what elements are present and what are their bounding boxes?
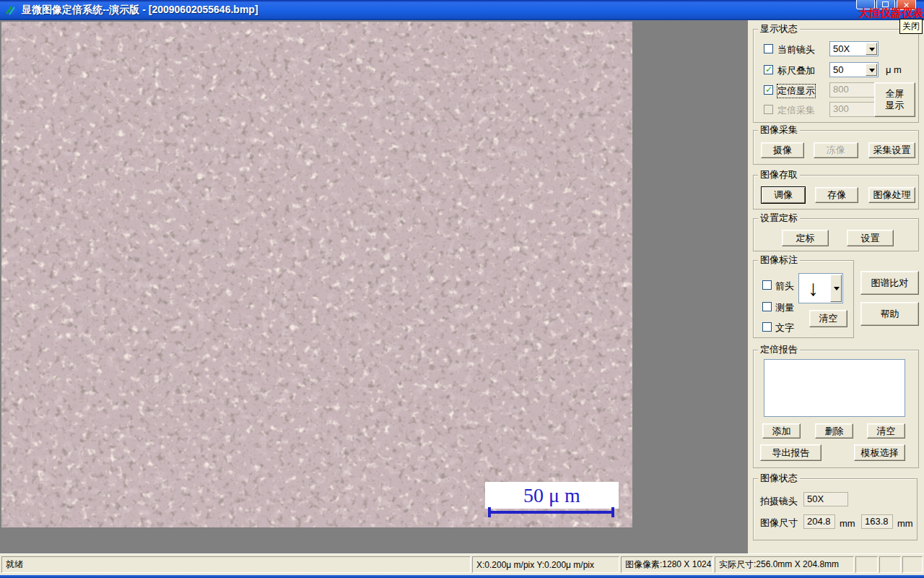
freeze-button: 冻像: [814, 142, 858, 158]
down-arrow-icon: ↓: [808, 275, 819, 302]
measure-checkbox-label: 测量: [775, 301, 794, 314]
ruler-size-combo[interactable]: 50: [829, 62, 879, 77]
settings-button[interactable]: 设置: [847, 230, 894, 246]
arrow-checkbox[interactable]: [762, 280, 772, 290]
group-annotation: 图像标注 箭头 测量 文字 ↓ 清空: [753, 260, 854, 338]
chevron-down-icon: [869, 48, 875, 51]
ruler-overlay-checkbox[interactable]: [764, 65, 773, 74]
status-actual-size: 实际尺寸:256.0mm X 204.8mm: [715, 556, 854, 573]
control-panel: 显示状态 当前镜头 50X 标尺叠加 50 μ m 定倍显示 800 定倍采集 …: [748, 20, 924, 553]
text-checkbox[interactable]: [762, 322, 772, 332]
size-field-label: 图像尺寸: [760, 517, 798, 530]
lens-field-label: 拍摄镜头: [760, 495, 798, 508]
help-button[interactable]: 帮助: [860, 302, 919, 326]
report-clear-button[interactable]: 清空: [867, 423, 905, 439]
group-image-capture-title: 图像采集: [758, 125, 800, 135]
atlas-compare-button[interactable]: 图谱比对: [860, 271, 919, 295]
group-report-title: 定倍报告: [758, 345, 800, 355]
ruler-size-value: 50: [833, 64, 843, 75]
status-ready: 就绪: [1, 556, 471, 573]
current-lens-combo-drop[interactable]: [866, 43, 877, 55]
ruler-size-combo-drop[interactable]: [866, 64, 877, 76]
status-empty-1: [855, 556, 878, 573]
ruler-unit-label: μ m: [886, 64, 902, 75]
text-checkbox-label: 文字: [775, 322, 794, 335]
chevron-down-icon: [869, 69, 875, 72]
group-calibration: 设置定标 定标 设置: [753, 218, 919, 251]
status-pixel-scale: X:0.200μ m/pix Y:0.200μ m/pix: [472, 556, 619, 573]
image-width-value: 204.8: [803, 514, 835, 529]
current-lens-checkbox[interactable]: [764, 44, 773, 53]
fixed-display-checkbox[interactable]: [764, 85, 773, 95]
fixed-display-input: 800: [829, 82, 879, 98]
report-delete-button[interactable]: 删除: [815, 423, 853, 439]
micrograph-image: [1, 22, 632, 527]
scale-bar-line: [488, 511, 614, 514]
group-image-storage-title: 图像存取: [758, 170, 800, 180]
image-viewport[interactable]: 50 μ m: [1, 22, 632, 527]
image-height-value: 163.8: [861, 514, 893, 529]
current-lens-label: 当前镜头: [777, 43, 815, 56]
app-icon: [5, 4, 17, 16]
scale-bar-label-box: 50 μ m: [485, 482, 619, 509]
annotation-clear-button[interactable]: 清空: [809, 310, 847, 327]
scale-bar-tick-left: [488, 507, 491, 517]
report-listbox[interactable]: [764, 359, 905, 417]
fixed-display-label: 定倍显示: [777, 85, 815, 98]
group-report: 定倍报告 添加 删除 清空 导出报告 模板选择: [753, 350, 919, 468]
window-title: 显微图像定倍系统--演示版 - [20090602055646.bmp]: [22, 4, 258, 17]
current-lens-combo[interactable]: 50X: [829, 41, 879, 56]
calibrate-button[interactable]: 定标: [782, 230, 829, 246]
save-image-button[interactable]: 存像: [815, 187, 858, 203]
report-add-button[interactable]: 添加: [762, 423, 801, 439]
scale-bar-tick-right: [611, 507, 614, 517]
title-bar[interactable]: 显微图像定倍系统--演示版 - [20090602055646.bmp] ✕ 大…: [0, 0, 924, 20]
template-select-button[interactable]: 模板选择: [854, 444, 905, 461]
capture-button[interactable]: 摄像: [761, 142, 804, 158]
group-image-status-title: 图像状态: [758, 473, 800, 483]
group-image-storage: 图像存取 调像 存像 图像处理: [753, 175, 919, 210]
capture-settings-button[interactable]: 采集设置: [868, 142, 915, 158]
status-image-pixels: 图像像素:1280 X 1024: [621, 556, 713, 573]
status-bar: 就绪 X:0.200μ m/pix Y:0.200μ m/pix 图像像素:12…: [0, 553, 924, 575]
arrow-checkbox-label: 箭头: [775, 280, 794, 293]
measure-checkbox[interactable]: [762, 302, 772, 311]
height-unit-label: mm: [897, 518, 913, 529]
fixed-capture-input: 300: [829, 102, 879, 117]
group-annotation-title: 图像标注: [758, 255, 800, 265]
arrow-style-combo[interactable]: ↓: [798, 273, 843, 303]
load-image-button[interactable]: 调像: [761, 186, 806, 204]
width-unit-label: mm: [840, 518, 855, 529]
group-image-status: 图像状态 拍摄镜头 50X 图像尺寸 204.8 mm 163.8 mm: [753, 478, 918, 540]
group-image-capture: 图像采集 摄像 冻像 采集设置: [753, 130, 919, 165]
lens-field-value: 50X: [803, 492, 848, 506]
status-empty-2: [879, 556, 901, 573]
close-tooltip: 关闭: [899, 19, 923, 34]
arrow-style-combo-drop[interactable]: [830, 275, 842, 302]
window-bottom-border: [0, 575, 924, 578]
fixed-capture-label: 定倍采集: [777, 104, 815, 117]
current-lens-value: 50X: [833, 43, 850, 54]
scale-bar-label: 50 μ m: [523, 484, 580, 507]
group-display-status: 显示状态 当前镜头 50X 标尺叠加 50 μ m 定倍显示 800 定倍采集 …: [753, 29, 919, 123]
ruler-overlay-label: 标尺叠加: [777, 64, 815, 77]
image-processing-button[interactable]: 图像处理: [868, 187, 915, 203]
fixed-capture-checkbox: [764, 105, 773, 114]
fullscreen-button[interactable]: 全屏 显示: [874, 82, 915, 117]
client-area: 50 μ m 显示状态 当前镜头 50X 标尺叠加 50 μ m 定倍显示 80: [0, 20, 924, 553]
group-display-status-title: 显示状态: [758, 24, 800, 34]
status-empty-3: [902, 556, 923, 573]
chevron-down-icon: [834, 287, 840, 290]
export-report-button[interactable]: 导出报告: [760, 444, 821, 461]
group-calibration-title: 设置定标: [758, 213, 800, 223]
